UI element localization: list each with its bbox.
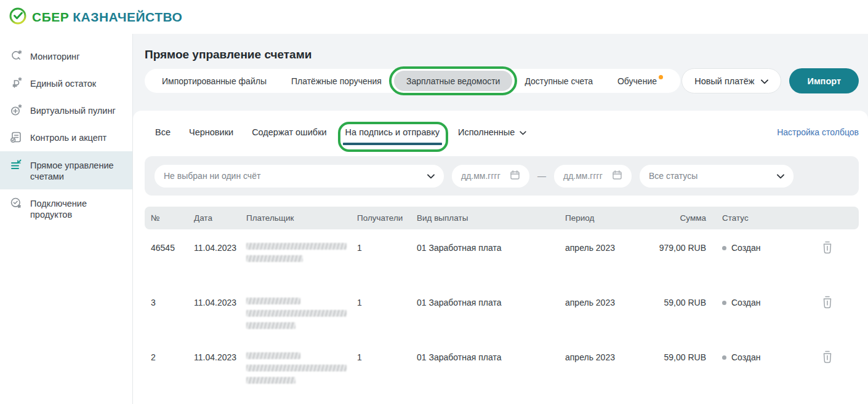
main-content: Прямое управление счетами Импортированны… — [133, 34, 868, 404]
tab-education[interactable]: Обучение — [605, 71, 675, 91]
date-to-input[interactable]: дд.мм.гггг — [554, 165, 632, 188]
main-tabbar: Импортированные файлы Платёжные поручени… — [145, 69, 680, 93]
cell-period: апрель 2023 — [565, 352, 657, 362]
cell-recipients: 1 — [357, 298, 417, 307]
cell-date: 11.04.2023 — [194, 243, 246, 253]
cell-number: 2 — [151, 352, 194, 362]
top-header: СБЕРКАЗНАЧЕЙСТВО — [0, 0, 868, 34]
cell-amount: 979,00 RUB — [657, 243, 716, 253]
status-badge: Создан — [731, 352, 761, 362]
monitoring-icon — [10, 50, 22, 62]
cell-number: 3 — [151, 298, 194, 307]
subtab-contain-errors[interactable]: Содержат ошибки — [252, 127, 326, 137]
sidebar-item-label: Виртуальный пулинг — [30, 104, 116, 116]
cell-amount: 59,00 RUB — [657, 352, 716, 362]
new-payment-button[interactable]: Новый платёж — [681, 68, 781, 93]
cell-status: Создан — [716, 243, 802, 253]
cell-amount: 59,00 RUB — [657, 298, 716, 307]
status-dot — [722, 246, 726, 250]
table-header-row: № Дата Плательщик Получатели Вид выплаты… — [145, 207, 859, 229]
cell-payer-redacted — [246, 243, 357, 267]
table-row[interactable]: 2 11.04.2023 1 01 Заработная плата апрел… — [145, 339, 859, 394]
tab-imported-files[interactable]: Импортированные файлы — [150, 71, 279, 91]
pooling-icon — [10, 104, 22, 116]
subtab-drafts[interactable]: Черновики — [189, 127, 233, 137]
sber-check-icon — [9, 7, 27, 28]
chevron-down-icon — [427, 171, 435, 181]
tab-payment-orders[interactable]: Платёжные поручения — [279, 71, 394, 91]
status-dot — [722, 301, 726, 305]
date-from-input[interactable]: дд.мм.гггг — [452, 165, 529, 188]
subtab-executed[interactable]: Исполненные — [458, 127, 526, 137]
control-accept-icon — [10, 131, 22, 143]
table-row[interactable]: 3 11.04.2023 1 01 Заработная плата апрел… — [145, 284, 859, 339]
account-select[interactable]: Не выбран ни один счёт — [155, 165, 444, 188]
status-badge: Создан — [731, 298, 761, 307]
columns-settings-link[interactable]: Настройка столбцов — [777, 127, 859, 137]
tab-available-accounts[interactable]: Доступные счета — [512, 71, 605, 91]
cell-number: 46545 — [151, 243, 194, 253]
sidebar-item-monitoring[interactable]: Мониторинг — [0, 42, 132, 69]
cell-period: апрель 2023 — [565, 243, 657, 253]
sidebar-item-label: Единый остаток — [30, 77, 96, 89]
subtab-for-signing-sending[interactable]: На подпись и отправку — [345, 127, 440, 137]
calendar-icon — [612, 170, 622, 182]
sidebar-item-label: Мониторинг — [30, 50, 79, 62]
cell-recipients: 1 — [357, 352, 417, 362]
chevron-down-icon — [761, 76, 768, 86]
products-connect-icon — [10, 197, 22, 209]
chevron-down-icon — [777, 171, 784, 181]
cell-date: 11.04.2023 — [194, 352, 246, 362]
delete-row-button[interactable] — [821, 240, 834, 256]
sidebar-item-label: Прямое управление счетами — [30, 159, 124, 182]
notification-dot — [659, 75, 663, 79]
cell-status: Создан — [716, 298, 802, 307]
direct-account-management-icon — [10, 159, 22, 171]
status-badge: Создан — [731, 243, 761, 253]
date-range-separator: — — [537, 171, 546, 181]
sidebar: Мониторинг Единый остаток Виртуальный пу… — [0, 34, 133, 404]
tab-salary-sheets[interactable]: Зарплатные ведомости — [394, 71, 513, 91]
status-select[interactable]: Все статусы — [640, 165, 794, 188]
app-title: СБЕРКАЗНАЧЕЙСТВО — [32, 10, 182, 25]
cell-payer-redacted — [246, 352, 357, 389]
sidebar-item-control-accept[interactable]: Контроль и акцепт — [0, 124, 132, 151]
cell-payment-type: 01 Заработная плата — [417, 243, 565, 253]
content-card: Все Черновики Содержат ошибки На подпись… — [133, 111, 868, 404]
sidebar-item-unified-balance[interactable]: Единый остаток — [0, 69, 132, 97]
cell-payer-redacted — [246, 298, 357, 335]
cell-payment-type: 01 Заработная плата — [417, 352, 565, 362]
filter-bar: Не выбран ни один счёт дд.мм.гггг — дд.м… — [145, 156, 859, 196]
subtab-all[interactable]: Все — [155, 127, 171, 137]
sidebar-item-virtual-pooling[interactable]: Виртуальный пулинг — [0, 97, 132, 124]
cell-period: апрель 2023 — [565, 298, 657, 307]
chevron-down-icon — [520, 127, 526, 137]
cell-date: 11.04.2023 — [194, 298, 246, 307]
delete-row-button[interactable] — [821, 350, 834, 366]
subtab-bar: Все Черновики Содержат ошибки На подпись… — [155, 123, 859, 141]
sidebar-item-products-connect[interactable]: Подключение продуктов — [0, 189, 132, 228]
delete-row-button[interactable] — [821, 295, 834, 311]
table-row[interactable]: 46545 11.04.2023 1 01 Заработная плата а… — [145, 229, 859, 284]
cell-status: Создан — [716, 352, 802, 362]
cell-payment-type: 01 Заработная плата — [417, 298, 565, 307]
status-dot — [722, 355, 726, 360]
sidebar-item-label: Контроль и акцепт — [30, 131, 106, 143]
cell-recipients: 1 — [357, 243, 417, 253]
page-title: Прямое управление счетами — [145, 48, 311, 61]
statements-table: № Дата Плательщик Получатели Вид выплаты… — [145, 207, 859, 394]
sidebar-item-direct-account-management[interactable]: Прямое управление счетами — [0, 151, 132, 189]
sidebar-item-label: Подключение продуктов — [30, 197, 124, 220]
app-logo[interactable]: СБЕРКАЗНАЧЕЙСТВО — [9, 7, 182, 28]
import-button[interactable]: Импорт — [789, 68, 859, 93]
ruble-icon — [10, 77, 22, 89]
calendar-icon — [510, 170, 520, 182]
